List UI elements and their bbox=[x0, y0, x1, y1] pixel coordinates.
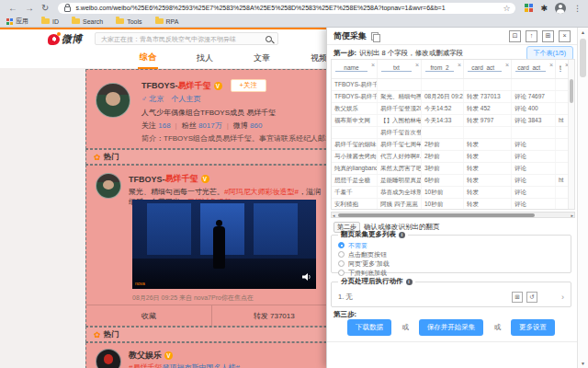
table-row[interactable]: 易烊千玺的烟味…易烊千玺七周年…2秒前转发评论 bbox=[332, 139, 574, 151]
scroll-left-icon[interactable]: ◂ bbox=[333, 213, 335, 218]
user-name-prefix[interactable]: TFBOYS- bbox=[141, 81, 178, 90]
table-row[interactable]: 安利猹抱阿姨 四子崽崽10秒前转发评论 bbox=[332, 199, 574, 210]
action-收藏[interactable]: 收藏 bbox=[86, 305, 212, 326]
scroll-up-icon[interactable]: ▲ bbox=[578, 29, 588, 35]
table-row[interactable]: 教父娱乐易烊千玺登顶20…今天14:52转发 452评论 400 bbox=[332, 103, 574, 115]
bookmark-folder-Tools[interactable]: Tools bbox=[116, 18, 141, 25]
scrollbar-thumb[interactable] bbox=[338, 213, 535, 217]
table-row[interactable]: 想想千是全糖是能睡明星真是…6秒前转发评论ht bbox=[332, 175, 574, 187]
user-avatar[interactable] bbox=[96, 83, 130, 118]
reload-icon[interactable]: ↻ bbox=[41, 0, 49, 16]
weibo-search-input[interactable] bbox=[95, 32, 278, 45]
bookmark-folder-ID[interactable]: ID bbox=[41, 18, 59, 25]
action-undo-icon[interactable]: ↺ bbox=[526, 292, 537, 303]
apps-shortcut[interactable]: 应用 bbox=[6, 17, 28, 26]
scrollbar-thumb[interactable] bbox=[570, 79, 573, 103]
save-and-start-button[interactable]: 保存并开始采集 bbox=[419, 319, 484, 336]
profile-page-link[interactable]: 个人主页 bbox=[171, 95, 200, 103]
bookmark-folder-RPA[interactable]: RPA bbox=[155, 18, 179, 25]
remove-column-icon[interactable]: × bbox=[415, 62, 419, 68]
address-bar[interactable]: s.weibo.com/weibo/%25E6%2598%2593%25E7%2… bbox=[58, 3, 515, 14]
profile-avatar-icon[interactable] bbox=[555, 3, 566, 14]
tab-找人[interactable]: 找人 bbox=[195, 49, 215, 68]
table-cell: 安利猹抱 bbox=[332, 199, 378, 210]
radio-icon bbox=[338, 242, 345, 248]
column-name-input[interactable]: tim bbox=[560, 64, 561, 72]
info-icon[interactable]: i bbox=[399, 232, 405, 238]
table-row[interactable]: 易烊千玺首次登… bbox=[332, 127, 574, 139]
scraper-extension-icon[interactable] bbox=[525, 4, 533, 12]
download-data-button[interactable]: 下载数据 bbox=[347, 319, 391, 336]
radio-点击翻页按钮[interactable]: 点击翻页按钮 bbox=[338, 250, 564, 259]
radio-同页'更多'加载[interactable]: 同页'更多'加载 bbox=[338, 259, 564, 268]
table-row[interactable]: 千羞千恭喜成为全球形…10秒前转发评论 bbox=[332, 187, 574, 199]
scroll-right-icon[interactable]: ▸ bbox=[571, 213, 573, 218]
panel-scrollbar[interactable]: ▲ ▼ bbox=[577, 28, 588, 368]
remove-column-icon[interactable]: × bbox=[549, 62, 553, 68]
action-grid-icon[interactable]: ⊞ bbox=[512, 292, 523, 303]
stat-微博[interactable]: 微博 860 bbox=[233, 121, 263, 130]
user-name-keyword[interactable]: 易烊千玺 bbox=[178, 80, 211, 92]
post1-text-part[interactable]: #阿玛尼大师彩妆造型# bbox=[224, 188, 299, 196]
search-icon[interactable] bbox=[266, 36, 272, 42]
tab-文章[interactable]: 文章 bbox=[252, 49, 272, 68]
table-cell: 转发 bbox=[464, 151, 512, 162]
column-name-input[interactable]: card_act_ bbox=[515, 64, 546, 72]
post2-text-part[interactable]: 登顶福布斯中国名人榜# bbox=[162, 363, 239, 368]
info-icon[interactable]: i bbox=[406, 279, 413, 285]
scrollbar-thumb[interactable] bbox=[580, 39, 586, 77]
grid-view-icon[interactable]: ⊞ bbox=[542, 30, 554, 42]
table-horizontal-scrollbar[interactable]: ◂ ▸ bbox=[331, 212, 575, 218]
post2-author-avatar[interactable] bbox=[96, 349, 121, 368]
post-author-prefix[interactable]: TFBOYS- bbox=[129, 175, 165, 184]
table-row[interactable]: 纯真的liangbancai果然太厉害了吧…3秒前转发评论 bbox=[332, 163, 574, 175]
action-value[interactable]: 1. 无 bbox=[338, 293, 353, 302]
column-header: card_act_× bbox=[512, 60, 556, 78]
column-name-input[interactable]: from_2 bbox=[425, 64, 454, 72]
table-row[interactable]: TFBOYS-易烊千玺聚光、精细勾画…08月26日 09:25转发 737013… bbox=[332, 91, 574, 103]
step3-buttons: 下载数据或保存并开始采集或更多设置 bbox=[347, 319, 555, 336]
remove-column-icon[interactable]: × bbox=[458, 62, 461, 68]
remove-column-icon[interactable]: × bbox=[505, 62, 509, 68]
browser-menu-icon[interactable]: ⋮ bbox=[573, 4, 582, 13]
select-region-icon[interactable]: ⊡ bbox=[509, 30, 521, 42]
action-转发[interactable]: 转发 737013 bbox=[212, 305, 338, 326]
collapse-top-icon[interactable]: ↑ bbox=[526, 30, 537, 42]
table-row[interactable]: TFBOYS-易烊千玺 bbox=[332, 79, 574, 91]
back-icon[interactable]: ← bbox=[8, 0, 17, 16]
weibo-logo[interactable]: 微博 bbox=[48, 32, 82, 46]
post-author-keyword[interactable]: 易烊千玺 bbox=[165, 173, 198, 185]
chevron-right-icon[interactable]: › bbox=[561, 293, 564, 302]
table-row[interactable]: 与小辣酱去烤肉代言人好帅啊#…2秒前转发评论 bbox=[332, 151, 574, 163]
radio-不需要[interactable]: 不需要 bbox=[338, 241, 564, 249]
tab-综合[interactable]: 综合 bbox=[138, 48, 158, 69]
table-row[interactable]: 福布斯中文网【】入围柏林电…今天14:33转发 9797评论 3843ht bbox=[332, 115, 574, 127]
post2-author-name[interactable]: 教父娱乐 bbox=[129, 350, 162, 362]
column-name-input[interactable]: txt bbox=[381, 64, 412, 72]
radio-下滑到底加载[interactable]: 下滑到底加载 bbox=[338, 269, 564, 277]
column-name-input[interactable]: name bbox=[335, 64, 368, 72]
post2-text-part[interactable]: #易烊千玺 bbox=[129, 363, 162, 368]
column-name-input[interactable]: card_act_ bbox=[468, 64, 502, 72]
more-settings-button[interactable]: 更多设置 bbox=[511, 319, 555, 336]
table-vertical-scrollbar[interactable] bbox=[568, 60, 574, 209]
forward-icon[interactable]: → bbox=[25, 0, 34, 16]
stat-粉丝[interactable]: 粉丝 8017万 bbox=[182, 121, 222, 130]
speaker-icon[interactable] bbox=[302, 268, 311, 284]
post-timestamp[interactable]: 08月26日 09:25 来自 nova7Pro你在焦点在 bbox=[132, 293, 254, 303]
post-author-avatar[interactable] bbox=[96, 173, 121, 199]
extension-asterisk-icon[interactable]: ✱ bbox=[540, 4, 548, 13]
bookmark-star-icon[interactable]: ☆ bbox=[503, 4, 510, 13]
remove-column-icon[interactable]: × bbox=[371, 62, 375, 68]
follow-button[interactable]: +关注 bbox=[231, 79, 266, 92]
close-panel-icon[interactable]: × bbox=[559, 30, 571, 42]
post-video-thumbnail[interactable]: nova bbox=[132, 200, 316, 289]
table-cell: 评论 bbox=[512, 175, 556, 186]
table-cell: 10秒前 bbox=[422, 199, 464, 210]
scroll-down-icon[interactable]: ▼ bbox=[578, 361, 588, 366]
location-link[interactable]: 北京 bbox=[149, 95, 164, 103]
step1-text: 识别出 8 个字段，修改或删减字段 bbox=[359, 49, 463, 58]
copy-pages-icon[interactable] bbox=[371, 32, 379, 40]
stat-关注[interactable]: 关注 168 bbox=[141, 121, 171, 130]
bookmark-folder-Search[interactable]: Search bbox=[72, 18, 103, 25]
